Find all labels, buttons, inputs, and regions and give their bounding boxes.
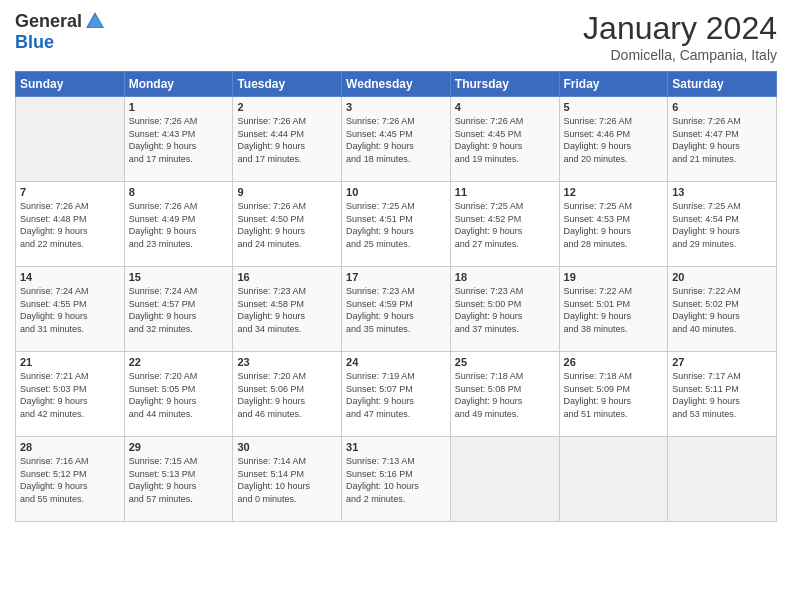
- cell-info: Sunrise: 7:26 AM: [672, 115, 772, 128]
- cell-info: and 37 minutes.: [455, 323, 555, 336]
- cell-info: Sunset: 4:57 PM: [129, 298, 229, 311]
- cell-info: Sunrise: 7:24 AM: [20, 285, 120, 298]
- cell-info: Daylight: 9 hours: [672, 395, 772, 408]
- day-number: 2: [237, 101, 337, 113]
- day-number: 19: [564, 271, 664, 283]
- cell-info: Daylight: 9 hours: [672, 225, 772, 238]
- calendar-cell: 29Sunrise: 7:15 AMSunset: 5:13 PMDayligh…: [124, 437, 233, 522]
- cell-info: and 40 minutes.: [672, 323, 772, 336]
- cell-info: and 34 minutes.: [237, 323, 337, 336]
- cell-info: and 38 minutes.: [564, 323, 664, 336]
- cell-info: and 18 minutes.: [346, 153, 446, 166]
- cell-info: Sunrise: 7:25 AM: [346, 200, 446, 213]
- cell-info: and 19 minutes.: [455, 153, 555, 166]
- cell-info: Sunset: 4:53 PM: [564, 213, 664, 226]
- logo-blue-text: Blue: [15, 32, 54, 52]
- day-number: 7: [20, 186, 120, 198]
- cell-info: Daylight: 9 hours: [672, 310, 772, 323]
- day-number: 10: [346, 186, 446, 198]
- calendar-cell: 20Sunrise: 7:22 AMSunset: 5:02 PMDayligh…: [668, 267, 777, 352]
- cell-info: Daylight: 9 hours: [129, 140, 229, 153]
- cell-info: Sunset: 5:12 PM: [20, 468, 120, 481]
- calendar-cell: 23Sunrise: 7:20 AMSunset: 5:06 PMDayligh…: [233, 352, 342, 437]
- cell-info: Daylight: 9 hours: [564, 310, 664, 323]
- cell-info: and 24 minutes.: [237, 238, 337, 251]
- cell-info: and 0 minutes.: [237, 493, 337, 506]
- calendar-cell: 11Sunrise: 7:25 AMSunset: 4:52 PMDayligh…: [450, 182, 559, 267]
- cell-info: Sunset: 4:46 PM: [564, 128, 664, 141]
- cell-info: and 23 minutes.: [129, 238, 229, 251]
- cell-info: and 28 minutes.: [564, 238, 664, 251]
- cell-info: Sunset: 5:16 PM: [346, 468, 446, 481]
- cell-info: Sunset: 5:01 PM: [564, 298, 664, 311]
- cell-info: Sunset: 4:59 PM: [346, 298, 446, 311]
- cell-info: Sunset: 4:45 PM: [455, 128, 555, 141]
- day-number: 28: [20, 441, 120, 453]
- cell-info: Sunset: 5:00 PM: [455, 298, 555, 311]
- day-number: 8: [129, 186, 229, 198]
- location-text: Domicella, Campania, Italy: [583, 47, 777, 63]
- calendar-cell: 14Sunrise: 7:24 AMSunset: 4:55 PMDayligh…: [16, 267, 125, 352]
- calendar-cell: 22Sunrise: 7:20 AMSunset: 5:05 PMDayligh…: [124, 352, 233, 437]
- calendar-cell: 9Sunrise: 7:26 AMSunset: 4:50 PMDaylight…: [233, 182, 342, 267]
- cell-info: Daylight: 9 hours: [564, 225, 664, 238]
- cell-info: and 22 minutes.: [20, 238, 120, 251]
- cell-info: Sunrise: 7:20 AM: [237, 370, 337, 383]
- cell-info: and 57 minutes.: [129, 493, 229, 506]
- calendar-cell: 1Sunrise: 7:26 AMSunset: 4:43 PMDaylight…: [124, 97, 233, 182]
- day-number: 21: [20, 356, 120, 368]
- calendar-cell: 26Sunrise: 7:18 AMSunset: 5:09 PMDayligh…: [559, 352, 668, 437]
- cell-info: Sunrise: 7:18 AM: [455, 370, 555, 383]
- cell-info: Daylight: 9 hours: [672, 140, 772, 153]
- cell-info: Sunset: 4:55 PM: [20, 298, 120, 311]
- calendar-cell: 3Sunrise: 7:26 AMSunset: 4:45 PMDaylight…: [342, 97, 451, 182]
- day-number: 6: [672, 101, 772, 113]
- cell-info: Sunset: 4:43 PM: [129, 128, 229, 141]
- day-header-saturday: Saturday: [668, 72, 777, 97]
- day-number: 9: [237, 186, 337, 198]
- cell-info: Daylight: 9 hours: [455, 395, 555, 408]
- calendar-cell: 31Sunrise: 7:13 AMSunset: 5:16 PMDayligh…: [342, 437, 451, 522]
- page-header: General Blue January 2024 Domicella, Cam…: [15, 10, 777, 63]
- calendar-cell: 24Sunrise: 7:19 AMSunset: 5:07 PMDayligh…: [342, 352, 451, 437]
- cell-info: Sunrise: 7:21 AM: [20, 370, 120, 383]
- cell-info: Sunrise: 7:26 AM: [237, 115, 337, 128]
- day-number: 12: [564, 186, 664, 198]
- cell-info: Daylight: 9 hours: [129, 225, 229, 238]
- month-title: January 2024: [583, 10, 777, 47]
- cell-info: Daylight: 9 hours: [237, 140, 337, 153]
- calendar-cell: 13Sunrise: 7:25 AMSunset: 4:54 PMDayligh…: [668, 182, 777, 267]
- cell-info: Sunset: 5:14 PM: [237, 468, 337, 481]
- day-header-wednesday: Wednesday: [342, 72, 451, 97]
- day-number: 4: [455, 101, 555, 113]
- day-number: 5: [564, 101, 664, 113]
- cell-info: Sunset: 4:44 PM: [237, 128, 337, 141]
- cell-info: Sunset: 4:58 PM: [237, 298, 337, 311]
- day-number: 17: [346, 271, 446, 283]
- cell-info: Sunrise: 7:18 AM: [564, 370, 664, 383]
- cell-info: and 49 minutes.: [455, 408, 555, 421]
- cell-info: Sunset: 5:13 PM: [129, 468, 229, 481]
- calendar-cell: 25Sunrise: 7:18 AMSunset: 5:08 PMDayligh…: [450, 352, 559, 437]
- logo-icon: [84, 10, 106, 32]
- cell-info: Sunset: 5:06 PM: [237, 383, 337, 396]
- day-number: 30: [237, 441, 337, 453]
- cell-info: Daylight: 9 hours: [237, 225, 337, 238]
- cell-info: and 44 minutes.: [129, 408, 229, 421]
- calendar-cell: [559, 437, 668, 522]
- calendar-cell: [668, 437, 777, 522]
- cell-info: Daylight: 9 hours: [237, 310, 337, 323]
- cell-info: Sunset: 4:52 PM: [455, 213, 555, 226]
- day-number: 13: [672, 186, 772, 198]
- cell-info: and 21 minutes.: [672, 153, 772, 166]
- cell-info: Daylight: 9 hours: [346, 310, 446, 323]
- cell-info: Daylight: 9 hours: [237, 395, 337, 408]
- day-header-thursday: Thursday: [450, 72, 559, 97]
- calendar-cell: 12Sunrise: 7:25 AMSunset: 4:53 PMDayligh…: [559, 182, 668, 267]
- calendar-cell: 10Sunrise: 7:25 AMSunset: 4:51 PMDayligh…: [342, 182, 451, 267]
- calendar-cell: [16, 97, 125, 182]
- calendar-cell: 7Sunrise: 7:26 AMSunset: 4:48 PMDaylight…: [16, 182, 125, 267]
- cell-info: Daylight: 9 hours: [20, 395, 120, 408]
- calendar-cell: 8Sunrise: 7:26 AMSunset: 4:49 PMDaylight…: [124, 182, 233, 267]
- cell-info: Sunrise: 7:23 AM: [346, 285, 446, 298]
